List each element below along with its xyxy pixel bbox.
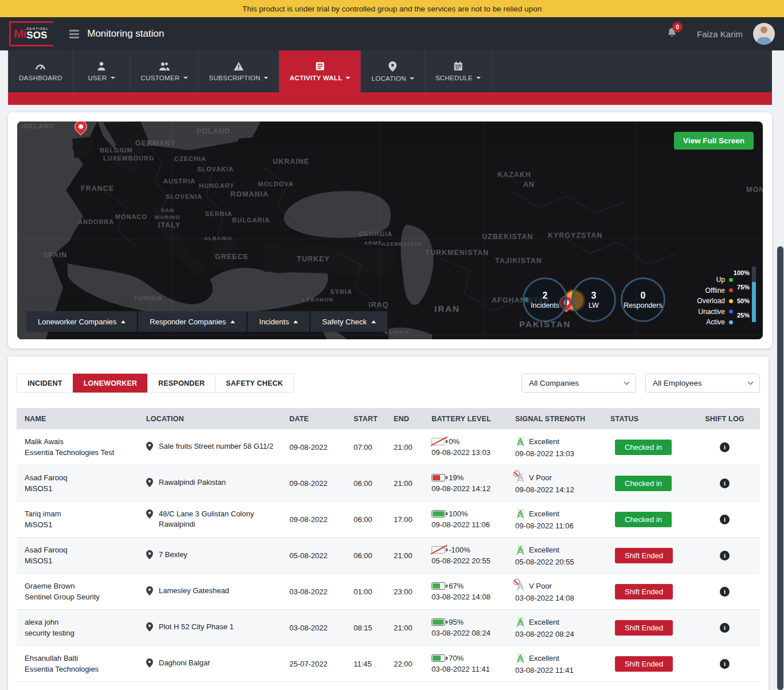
map-country-label: SYRIA	[330, 288, 352, 295]
map-country-label: TAJIKISTAN	[495, 257, 542, 265]
signal-quality: Excellent	[529, 509, 559, 518]
stat-circle-incidents: 2Incidents	[523, 277, 567, 322]
column-header-battery-level: BATTERY LEVEL	[424, 415, 507, 423]
map-country-label: UKRAINE	[273, 158, 309, 166]
cell-location: 48/C Lane 3 Gulistan Colony Rawalpindi	[138, 509, 281, 530]
legend-dot	[729, 278, 733, 282]
map-filter-incidents[interactable]: Incidents	[248, 311, 309, 332]
map-card: IRELANDPOLANDGERMANYBELGIUMLUXEMBOURGCZE…	[8, 112, 772, 348]
map-country-label: MON	[746, 186, 763, 194]
info-icon[interactable]: i	[720, 479, 730, 488]
battery-time: 09-08-2022 14:12	[432, 484, 507, 493]
legend-scale-label: 50%	[737, 297, 750, 304]
location-pin-icon	[146, 477, 153, 489]
nav-tab-activity-wall[interactable]: ACTIVITY WALL	[279, 50, 361, 92]
status-badge[interactable]: Shift Ended	[615, 656, 673, 672]
status-badge[interactable]: Checked in	[615, 512, 672, 527]
cell-signal: Excellent05-08-2022 20:55	[507, 544, 602, 566]
battery-percent: -100%	[449, 546, 471, 554]
stat-circle-responders: 0Responders	[621, 277, 665, 322]
panel-tab-loneworker[interactable]: LONEWORKER	[73, 374, 148, 393]
notification-count-badge: 0	[672, 22, 683, 32]
signal-quality: Excellent	[529, 618, 559, 626]
table-row: Graeme BrownSentinel Group SeurityLamesl…	[17, 574, 760, 610]
avatar[interactable]	[753, 23, 775, 45]
info-icon[interactable]: i	[720, 659, 730, 669]
info-icon[interactable]: i	[720, 515, 730, 524]
map-filter-safety-check[interactable]: Safety Check	[311, 311, 387, 332]
status-badge[interactable]: Shift Ended	[615, 548, 673, 563]
cell-status: Checked in	[602, 440, 689, 455]
battery-time: 03-08-2022 11:41	[432, 665, 507, 673]
status-badge[interactable]: Shift Ended	[615, 584, 673, 599]
nav-tab-location[interactable]: LOCATION	[361, 50, 425, 92]
cell-name: Ehsanullah BaltiEssentia Technologies	[17, 653, 138, 675]
map-country-label: SERBIA	[205, 210, 233, 217]
view-full-screen-button[interactable]: View Full Screen	[674, 132, 754, 150]
map-country-label: FRANCE	[81, 185, 114, 193]
battery-icon	[432, 510, 445, 518]
employee-name: Tariq imam	[25, 508, 138, 519]
cell-shift-log: i	[689, 659, 760, 669]
nav-tab-schedule[interactable]: SCHEDULE	[425, 50, 492, 92]
map-country-label: AZERBAIJAN	[382, 241, 422, 247]
status-badge[interactable]: Checked in	[615, 440, 672, 455]
cell-date: 03-08-2022	[281, 587, 346, 596]
info-icon[interactable]: i	[720, 551, 730, 560]
battery-icon	[432, 618, 445, 626]
panel-tab-responder[interactable]: RESPONDER	[147, 374, 215, 393]
status-badge[interactable]: Checked in	[615, 476, 672, 491]
battery-time: 03-08-2022 08:24	[432, 629, 507, 637]
info-icon[interactable]: i	[720, 587, 730, 597]
map-filter-loneworker-companies[interactable]: Loneworker Companies	[26, 311, 137, 332]
signal-quality: Excellent	[529, 546, 559, 554]
nav-tab-subscription[interactable]: SUBSCRIPTION	[199, 50, 280, 92]
legend-scale-label: 100%	[734, 269, 750, 276]
users-icon	[159, 61, 170, 71]
trial-banner: This product is under trial by controlle…	[0, 0, 784, 17]
cell-signal: Excellent09-08-2022 11:06	[507, 508, 602, 530]
info-icon[interactable]: i	[720, 442, 730, 452]
legend-scale-bar	[752, 266, 756, 322]
nav-tab-dashboard[interactable]: DASHBOARD	[8, 50, 73, 92]
battery-crossed-icon	[432, 438, 445, 445]
panel-tab-incident[interactable]: INCIDENT	[17, 374, 73, 393]
cell-battery: 0%09-08-2022 13:03	[424, 437, 507, 457]
scrollbar[interactable]	[777, 246, 783, 690]
nav-tab-user[interactable]: USER	[73, 50, 131, 92]
signal-tower-icon	[515, 436, 526, 447]
battery-icon	[432, 582, 445, 590]
map-country-label: LEBANON	[303, 296, 334, 303]
location-pin-icon	[146, 441, 153, 453]
map-country-label: HUNGARY	[199, 182, 234, 189]
panel-tab-safety-check[interactable]: SAFETY CHECK	[215, 374, 293, 393]
list-icon	[315, 61, 325, 71]
cell-name: Asad FarooqMiSOS1	[17, 472, 138, 494]
column-header-location: LOCATION	[138, 415, 281, 423]
nav-tab-customer[interactable]: CUSTOMER	[131, 50, 199, 92]
map-country-label: BELGIUM	[100, 147, 133, 154]
employee-filter-select[interactable]: All Employees	[645, 374, 760, 393]
cell-date: 09-08-2022	[281, 515, 346, 524]
battery-percent: 95%	[449, 618, 464, 626]
map-country-label: ALBANIA	[204, 235, 233, 241]
cell-battery: 67%03-08-2022 14:08	[424, 582, 507, 601]
legend-item-offline: Offline	[705, 287, 733, 295]
cell-battery: 100%09-08-2022 11:06	[424, 509, 507, 529]
hamburger-menu-icon[interactable]	[69, 30, 79, 38]
battery-percent: 67%	[449, 582, 464, 590]
cell-start: 08:15	[346, 624, 386, 632]
map-filter-responder-companies[interactable]: Responder Companies	[138, 311, 246, 332]
table-row: Asad FarooqMiSOS1Rawalpindi Pakistan09-0…	[17, 465, 760, 501]
page-title: Monitoring station	[87, 28, 164, 40]
cell-status: Checked in	[602, 476, 689, 491]
activity-panel: INCIDENTLONEWORKERRESPONDERSAFETY CHECK …	[8, 356, 769, 690]
info-icon[interactable]: i	[720, 623, 730, 633]
notifications-button[interactable]: 0	[667, 27, 677, 41]
top-navbar: Mi SENTINEL SOS Monitoring station 0 Fai…	[0, 17, 784, 50]
map[interactable]: IRELANDPOLANDGERMANYBELGIUMLUXEMBOURGCZE…	[17, 121, 763, 339]
status-badge[interactable]: Shift Ended	[615, 620, 673, 636]
battery-percent: 70%	[449, 654, 464, 662]
signal-tower-blocked-icon	[515, 472, 526, 483]
company-filter-select[interactable]: All Companies	[522, 374, 636, 393]
